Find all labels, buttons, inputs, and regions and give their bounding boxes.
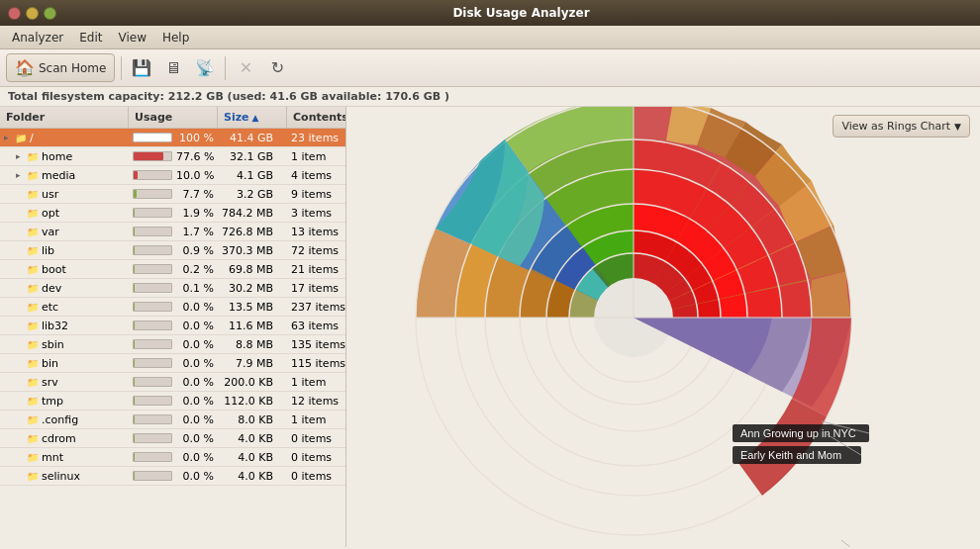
table-row[interactable]: ▸ 📁 home 77.6 % 32.1 GB 1 item <box>0 147 345 166</box>
usage-bar <box>133 358 172 368</box>
td-usage: 0.0 % <box>129 451 218 464</box>
table-row[interactable]: 📁 opt 1.9 % 784.2 MB 3 items <box>0 204 345 223</box>
folder-icon: 📁 <box>27 339 39 350</box>
home-icon: 🏠 <box>15 58 35 77</box>
col-usage[interactable]: Usage <box>129 107 218 128</box>
td-contents: 0 items <box>287 451 345 464</box>
td-contents: 237 items <box>287 301 345 314</box>
folder-icon: 📁 <box>27 433 39 444</box>
scan-folder-button[interactable]: 💾 <box>128 54 155 82</box>
col-folder[interactable]: Folder <box>0 107 129 128</box>
scan-device-button[interactable]: 🖥 <box>159 54 187 82</box>
td-usage: 1.7 % <box>129 226 218 238</box>
maximize-button[interactable]: + <box>44 7 56 20</box>
td-contents: 1 item <box>287 413 345 426</box>
td-usage: 0.0 % <box>129 301 218 314</box>
td-folder: 📁 srv <box>0 376 129 389</box>
usage-bar-fill <box>134 190 137 198</box>
table-row[interactable]: 📁 lib 0.9 % 370.3 MB 72 items <box>0 241 345 260</box>
col-contents[interactable]: Contents <box>287 107 346 128</box>
td-usage: 0.0 % <box>129 470 218 483</box>
svg-text:Ann Growing up in NYC: Ann Growing up in NYC <box>740 427 856 439</box>
td-size: 3.2 GB <box>218 188 287 201</box>
table-row[interactable]: 📁 lib32 0.0 % 11.6 MB 63 items <box>0 317 345 335</box>
table-row[interactable]: 📁 etc 0.0 % 13.5 MB 237 items <box>0 298 345 317</box>
scan-remote-button[interactable]: 📡 <box>191 54 219 82</box>
table-row[interactable]: 📁 .config 0.0 % 8.0 KB 1 item <box>0 411 345 429</box>
minimize-button[interactable]: − <box>26 7 39 20</box>
table-row[interactable]: 📁 dev 0.1 % 30.2 MB 17 items <box>0 279 345 298</box>
close-button[interactable]: × <box>8 7 21 20</box>
table-row[interactable]: 📁 sbin 0.0 % 8.8 MB 135 items <box>0 335 345 354</box>
usage-bar <box>133 133 172 142</box>
folder-icon: 📁 <box>27 396 39 407</box>
td-contents: 1 item <box>287 150 345 163</box>
menu-help[interactable]: Help <box>154 29 197 46</box>
td-contents: 3 items <box>287 207 345 220</box>
ring-chart-area: Videos 9.4 GB Ann Growing up in NYC Earl… <box>346 117 980 547</box>
usage-bar <box>133 283 172 293</box>
table-row[interactable]: 📁 var 1.7 % 726.8 MB 13 items <box>0 223 345 241</box>
expand-icon: ▸ <box>16 170 24 180</box>
td-folder: 📁 usr <box>0 188 129 201</box>
td-usage: 0.1 % <box>129 282 218 295</box>
ring-chart-svg: Videos 9.4 GB Ann Growing up in NYC Earl… <box>386 107 940 547</box>
stop-button[interactable]: ✕ <box>232 54 259 82</box>
table-row[interactable]: 📁 cdrom 0.0 % 4.0 KB 0 items <box>0 429 345 448</box>
td-size: 30.2 MB <box>218 282 287 295</box>
folder-icon: 📁 <box>27 264 39 275</box>
td-size: 41.4 GB <box>218 132 287 144</box>
folder-icon: 📁 <box>27 245 39 256</box>
td-usage: 1.9 % <box>129 207 218 220</box>
td-folder: ▸ 📁 media <box>0 169 129 182</box>
td-contents: 135 items <box>287 338 345 351</box>
scan-home-button[interactable]: 🏠 Scan Home <box>6 53 115 82</box>
table-row[interactable]: 📁 srv 0.0 % 200.0 KB 1 item <box>0 373 345 392</box>
folder-icon: 📁 <box>15 133 27 143</box>
table-row[interactable]: 📁 tmp 0.0 % 112.0 KB 12 items <box>0 392 345 411</box>
table-row[interactable]: ▸ 📁 media 10.0 % 4.1 GB 4 items <box>0 166 345 185</box>
td-usage: 0.9 % <box>129 244 218 257</box>
usage-bar-fill <box>134 228 135 235</box>
td-folder: 📁 etc <box>0 301 129 314</box>
toolbar: 🏠 Scan Home 💾 🖥 📡 ✕ ↻ <box>0 49 980 87</box>
table-body: ▸ 📁 / 100 % 41.4 GB 23 items ▸ 📁 home <box>0 129 345 547</box>
table-row[interactable]: 📁 boot 0.2 % 69.8 MB 21 items <box>0 260 345 279</box>
menu-edit[interactable]: Edit <box>71 29 110 46</box>
sort-arrow-icon: ▲ <box>252 113 259 123</box>
folder-icon: 📁 <box>27 452 39 463</box>
td-size: 8.0 KB <box>218 413 287 426</box>
table-row[interactable]: 📁 usr 7.7 % 3.2 GB 9 items <box>0 185 345 204</box>
td-contents: 21 items <box>287 263 345 276</box>
td-folder: 📁 sbin <box>0 338 129 351</box>
folder-icon: 📁 <box>27 227 39 237</box>
td-size: 32.1 GB <box>218 150 287 163</box>
usage-bar <box>133 452 172 462</box>
td-folder: 📁 lib <box>0 244 129 257</box>
table-row[interactable]: 📁 selinux 0.0 % 4.0 KB 0 items <box>0 467 345 486</box>
td-folder: 📁 .config <box>0 413 129 426</box>
td-usage: 7.7 % <box>129 188 218 201</box>
table-row[interactable]: 📁 mnt 0.0 % 4.0 KB 0 items <box>0 448 345 467</box>
table-row[interactable]: ▸ 📁 / 100 % 41.4 GB 23 items <box>0 129 345 147</box>
right-panel: View as Rings Chart ▼ <box>346 107 980 547</box>
td-size: 4.0 KB <box>218 470 287 483</box>
folder-icon: 📁 <box>27 208 39 219</box>
td-size: 4.0 KB <box>218 432 287 445</box>
window-title: Disk Usage Analyzer <box>70 6 972 20</box>
td-size: 8.8 MB <box>218 338 287 351</box>
usage-bar <box>133 396 172 406</box>
table-row[interactable]: 📁 bin 0.0 % 7.9 MB 115 items <box>0 354 345 373</box>
folder-icon: 📁 <box>27 151 39 162</box>
usage-bar <box>133 414 172 424</box>
reload-button[interactable]: ↻ <box>263 54 291 82</box>
titlebar: × − + Disk Usage Analyzer <box>0 0 980 26</box>
col-size[interactable]: Size ▲ <box>218 107 287 128</box>
expand-icon: ▸ <box>4 133 12 142</box>
menu-analyzer[interactable]: Analyzer <box>4 29 71 46</box>
menu-view[interactable]: View <box>110 29 153 46</box>
td-folder: 📁 selinux <box>0 470 129 483</box>
td-usage: 0.0 % <box>129 338 218 351</box>
td-size: 726.8 MB <box>218 226 287 238</box>
statusbar: Total filesystem capacity: 212.2 GB (use… <box>0 87 980 107</box>
